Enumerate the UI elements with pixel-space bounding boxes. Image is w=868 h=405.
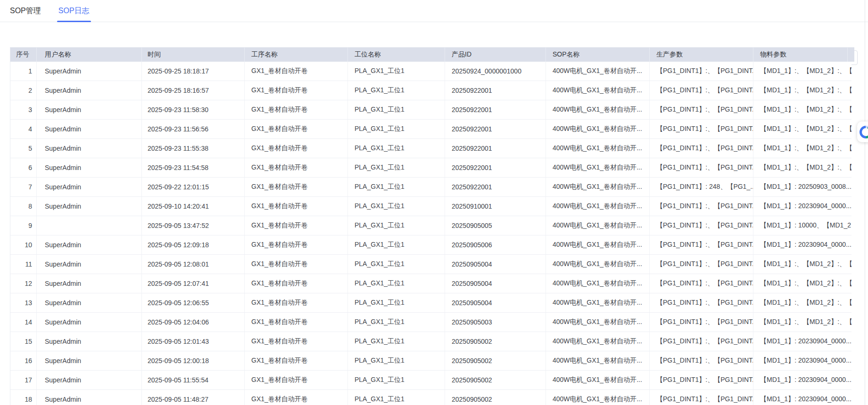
cell-seq: 14: [10, 313, 37, 332]
cell-station-name: PLA_GX1_工位1: [348, 120, 445, 138]
cell-station-name: PLA_GX1_工位1: [348, 235, 445, 254]
column-header-production-params: 生产参数: [650, 48, 753, 62]
cell-time: 2025-09-25 18:16:57: [142, 81, 245, 100]
cell-station-name: PLA_GX1_工位1: [348, 390, 445, 405]
cell-product-id: 20250905004: [445, 274, 546, 293]
cell-sop-name: 400W电机_GX1_卷材自动开...: [546, 120, 650, 138]
cell-sop-name: 400W电机_GX1_卷材自动开...: [546, 158, 650, 177]
cell-sop-name: 400W电机_GX1_卷材自动开...: [546, 274, 650, 293]
cell-time: 2025-09-05 11:48:27: [142, 390, 245, 405]
table-row: 11SuperAdmin2025-09-05 12:08:01GX1_卷材自动开…: [10, 255, 851, 274]
cell-production-params: 【PG1_DINT1】:、【PG1_DINT...: [650, 351, 753, 370]
cell-production-params: 【PG1_DINT1】:、【PG1_DINT...: [650, 158, 753, 177]
cell-sop-name: 400W电机_GX1_卷材自动开...: [546, 351, 650, 370]
cell-station-name: PLA_GX1_工位1: [348, 351, 445, 370]
cell-seq: 15: [10, 332, 37, 351]
cell-user-name: SuperAdmin: [37, 274, 142, 293]
cell-sop-name: 400W电机_GX1_卷材自动开...: [546, 139, 650, 158]
cell-station-name: PLA_GX1_工位1: [348, 158, 445, 177]
cell-seq: 2: [10, 81, 37, 100]
cell-product-id: 20250905002: [445, 351, 546, 370]
cell-time: 2025-09-23 11:55:38: [142, 139, 245, 158]
column-header-product-id: 产品ID: [445, 48, 546, 62]
cell-production-params: 【PG1_DINT1】:、【PG1_DINT...: [650, 139, 753, 158]
table-header-row: 序号 用户名称 时间 工序名称 工位名称 产品ID SOP名称 生产参数 物料参…: [10, 48, 854, 62]
cell-time: 2025-09-05 12:09:18: [142, 235, 245, 254]
cell-seq: 4: [10, 120, 37, 138]
floating-extension-button[interactable]: [857, 122, 868, 142]
table-row: 6SuperAdmin2025-09-23 11:54:58GX1_卷材自动开卷…: [10, 158, 851, 178]
cell-process-name: GX1_卷材自动开卷: [245, 313, 348, 332]
cell-station-name: PLA_GX1_工位1: [348, 332, 445, 351]
cell-material-params: 【MD1_1】: 20230904_0000...: [753, 390, 851, 405]
cell-seq: 18: [10, 390, 37, 405]
cell-production-params: 【PG1_DINT1】:、【PG1_DINT...: [650, 100, 753, 119]
cell-user-name: [37, 216, 142, 235]
cell-production-params: 【PG1_DINT1】:、【PG1_DINT...: [650, 81, 753, 100]
cell-station-name: PLA_GX1_工位1: [348, 371, 445, 389]
cell-product-id: 20250924_0000001000: [445, 62, 546, 81]
cell-sop-name: 400W电机_GX1_卷材自动开...: [546, 371, 650, 389]
cell-product-id: 20250922001: [445, 178, 546, 196]
cell-station-name: PLA_GX1_工位1: [348, 255, 445, 274]
cell-user-name: SuperAdmin: [37, 197, 142, 216]
cell-product-id: 20250922001: [445, 120, 546, 138]
table-row: 18SuperAdmin2025-09-05 11:48:27GX1_卷材自动开…: [10, 390, 851, 405]
cell-product-id: 20250922001: [445, 81, 546, 100]
cell-seq: 5: [10, 139, 37, 158]
cell-material-params: 【MD1_1】: 20230904_0000...: [753, 235, 851, 254]
cell-process-name: GX1_卷材自动开卷: [245, 293, 348, 312]
cell-process-name: GX1_卷材自动开卷: [245, 197, 348, 216]
cell-product-id: 20250905004: [445, 255, 546, 274]
cell-process-name: GX1_卷材自动开卷: [245, 274, 348, 293]
cell-station-name: PLA_GX1_工位1: [348, 216, 445, 235]
cell-user-name: SuperAdmin: [37, 100, 142, 119]
cell-material-params: 【MD1_1】:、【MD1_2】:、【M...: [753, 293, 851, 312]
cell-time: 2025-09-22 12:01:15: [142, 178, 245, 196]
cell-process-name: GX1_卷材自动开卷: [245, 158, 348, 177]
cell-material-params: 【MD1_1】:、【MD1_2】:、【M...: [753, 81, 851, 100]
cell-time: 2025-09-25 18:18:17: [142, 62, 245, 81]
cell-time: 2025-09-05 13:47:52: [142, 216, 245, 235]
cell-seq: 8: [10, 197, 37, 216]
tab-sop-management[interactable]: SOP管理: [10, 0, 41, 22]
column-header-material-params: 物料参数: [753, 48, 848, 62]
cell-sop-name: 400W电机_GX1_卷材自动开...: [546, 100, 650, 119]
cell-user-name: SuperAdmin: [37, 255, 142, 274]
cell-production-params: 【PG1_DINT1】:、【PG1_DINT...: [650, 390, 753, 405]
table-row: 4SuperAdmin2025-09-23 11:56:56GX1_卷材自动开卷…: [10, 120, 851, 139]
cell-material-params: 【MD1_1】:、【MD1_2】:、【M...: [753, 274, 851, 293]
cell-process-name: GX1_卷材自动开卷: [245, 332, 348, 351]
tab-bar: SOP管理 SOP日志: [0, 0, 868, 22]
cell-product-id: 20250905005: [445, 216, 546, 235]
cell-user-name: SuperAdmin: [37, 139, 142, 158]
cell-time: 2025-09-23 11:54:58: [142, 158, 245, 177]
cell-product-id: 20250910001: [445, 197, 546, 216]
tab-sop-log[interactable]: SOP日志: [58, 0, 90, 22]
cell-process-name: GX1_卷材自动开卷: [245, 235, 348, 254]
cell-production-params: 【PG1_DINT1】:、【PG1_DINT...: [650, 274, 753, 293]
scrollbar-gutter: [848, 48, 854, 62]
cell-process-name: GX1_卷材自动开卷: [245, 255, 348, 274]
cell-time: 2025-09-05 12:08:01: [142, 255, 245, 274]
cell-seq: 7: [10, 178, 37, 196]
cell-material-params: 【MD1_1】: 20250903_0008...: [753, 178, 851, 196]
cell-process-name: GX1_卷材自动开卷: [245, 216, 348, 235]
right-edge-divider: [865, 0, 865, 405]
cell-production-params: 【PG1_DINT1】:、【PG1_DINT...: [650, 313, 753, 332]
cell-user-name: SuperAdmin: [37, 351, 142, 370]
cell-product-id: 20250905002: [445, 390, 546, 405]
table-body[interactable]: 1SuperAdmin2025-09-25 18:18:17GX1_卷材自动开卷…: [10, 62, 851, 405]
cell-production-params: 【PG1_DINT1】:、【PG1_DINT...: [650, 293, 753, 312]
cell-time: 2025-09-10 14:20:41: [142, 197, 245, 216]
column-header-sop-name: SOP名称: [546, 48, 650, 62]
cell-user-name: SuperAdmin: [37, 81, 142, 100]
cell-sop-name: 400W电机_GX1_卷材自动开...: [546, 81, 650, 100]
cell-product-id: 20250922001: [445, 158, 546, 177]
cell-station-name: PLA_GX1_工位1: [348, 81, 445, 100]
cell-material-params: 【MD1_1】:、【MD1_2】:、【M...: [753, 100, 851, 119]
cell-production-params: 【PG1_DINT1】: 248、【PG1_...: [650, 178, 753, 196]
column-header-time: 时间: [142, 48, 245, 62]
cell-user-name: SuperAdmin: [37, 178, 142, 196]
cell-seq: 17: [10, 371, 37, 389]
